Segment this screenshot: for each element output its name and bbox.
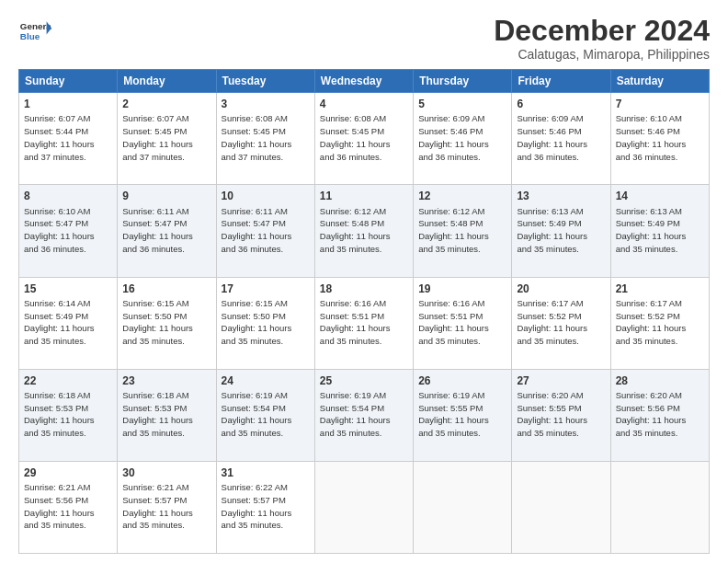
table-row: 3Sunrise: 6:08 AMSunset: 5:45 PMDaylight… bbox=[216, 93, 314, 185]
day-number: 31 bbox=[222, 465, 310, 480]
table-row: 21Sunrise: 6:17 AMSunset: 5:52 PMDayligh… bbox=[610, 277, 709, 369]
day-number: 9 bbox=[122, 189, 210, 203]
day-number: 10 bbox=[222, 189, 310, 203]
table-row: 22Sunrise: 6:18 AMSunset: 5:53 PMDayligh… bbox=[19, 369, 118, 461]
table-row: 7Sunrise: 6:10 AMSunset: 5:46 PMDaylight… bbox=[610, 93, 709, 185]
table-row: 1Sunrise: 6:07 AMSunset: 5:44 PMDaylight… bbox=[19, 93, 118, 185]
table-row: 31Sunrise: 6:22 AMSunset: 5:57 PMDayligh… bbox=[216, 461, 314, 553]
day-number: 27 bbox=[517, 373, 605, 388]
day-info: Sunrise: 6:17 AMSunset: 5:52 PMDaylight:… bbox=[616, 298, 687, 346]
day-info: Sunrise: 6:09 AMSunset: 5:46 PMDaylight:… bbox=[418, 113, 489, 161]
day-number: 7 bbox=[616, 97, 704, 111]
table-row bbox=[610, 461, 709, 553]
table-row: 18Sunrise: 6:16 AMSunset: 5:51 PMDayligh… bbox=[314, 277, 413, 369]
day-number: 5 bbox=[418, 97, 506, 111]
title-block: December 2024 Calatugas, Mimaropa, Phili… bbox=[494, 15, 710, 62]
day-info: Sunrise: 6:16 AMSunset: 5:51 PMDaylight:… bbox=[418, 298, 489, 346]
table-row: 12Sunrise: 6:12 AMSunset: 5:48 PMDayligh… bbox=[414, 185, 512, 277]
table-row: 26Sunrise: 6:19 AMSunset: 5:55 PMDayligh… bbox=[414, 369, 512, 461]
table-row: 16Sunrise: 6:15 AMSunset: 5:50 PMDayligh… bbox=[118, 277, 216, 369]
day-info: Sunrise: 6:07 AMSunset: 5:44 PMDaylight:… bbox=[24, 113, 95, 161]
table-row: 4Sunrise: 6:08 AMSunset: 5:45 PMDaylight… bbox=[314, 93, 413, 185]
day-info: Sunrise: 6:11 AMSunset: 5:47 PMDaylight:… bbox=[222, 206, 292, 254]
day-number: 6 bbox=[517, 97, 605, 111]
day-number: 24 bbox=[222, 373, 310, 388]
day-number: 23 bbox=[122, 373, 210, 388]
table-row: 30Sunrise: 6:21 AMSunset: 5:57 PMDayligh… bbox=[118, 461, 216, 553]
day-number: 28 bbox=[616, 373, 704, 388]
day-info: Sunrise: 6:15 AMSunset: 5:50 PMDaylight:… bbox=[122, 298, 193, 346]
day-info: Sunrise: 6:20 AMSunset: 5:56 PMDaylight:… bbox=[616, 390, 687, 438]
day-number: 14 bbox=[616, 189, 704, 203]
day-info: Sunrise: 6:20 AMSunset: 5:55 PMDaylight:… bbox=[517, 390, 587, 438]
table-row bbox=[314, 461, 413, 553]
day-number: 30 bbox=[122, 465, 210, 480]
day-number: 19 bbox=[418, 282, 506, 296]
day-info: Sunrise: 6:09 AMSunset: 5:46 PMDaylight:… bbox=[517, 113, 587, 161]
day-info: Sunrise: 6:21 AMSunset: 5:57 PMDaylight:… bbox=[122, 482, 193, 530]
day-info: Sunrise: 6:10 AMSunset: 5:46 PMDaylight:… bbox=[616, 113, 687, 161]
day-number: 18 bbox=[320, 282, 408, 296]
table-row: 15Sunrise: 6:14 AMSunset: 5:49 PMDayligh… bbox=[19, 277, 118, 369]
table-row: 6Sunrise: 6:09 AMSunset: 5:46 PMDaylight… bbox=[512, 93, 610, 185]
table-row: 14Sunrise: 6:13 AMSunset: 5:49 PMDayligh… bbox=[610, 185, 709, 277]
table-row bbox=[512, 461, 610, 553]
table-row: 23Sunrise: 6:18 AMSunset: 5:53 PMDayligh… bbox=[118, 369, 216, 461]
weekday-header: Thursday bbox=[414, 70, 512, 93]
logo: General Blue bbox=[18, 15, 51, 48]
table-row: 5Sunrise: 6:09 AMSunset: 5:46 PMDaylight… bbox=[414, 93, 512, 185]
table-row: 27Sunrise: 6:20 AMSunset: 5:55 PMDayligh… bbox=[512, 369, 610, 461]
page: General Blue December 2024 Calatugas, Mi… bbox=[0, 0, 728, 563]
weekday-header: Wednesday bbox=[314, 70, 413, 93]
day-info: Sunrise: 6:12 AMSunset: 5:48 PMDaylight:… bbox=[320, 206, 391, 254]
svg-text:Blue: Blue bbox=[20, 31, 40, 41]
day-info: Sunrise: 6:12 AMSunset: 5:48 PMDaylight:… bbox=[418, 206, 489, 254]
table-row: 19Sunrise: 6:16 AMSunset: 5:51 PMDayligh… bbox=[414, 277, 512, 369]
table-row: 25Sunrise: 6:19 AMSunset: 5:54 PMDayligh… bbox=[314, 369, 413, 461]
table-row: 24Sunrise: 6:19 AMSunset: 5:54 PMDayligh… bbox=[216, 369, 314, 461]
subtitle: Calatugas, Mimaropa, Philippines bbox=[494, 47, 710, 62]
day-number: 20 bbox=[517, 282, 605, 296]
day-info: Sunrise: 6:21 AMSunset: 5:56 PMDaylight:… bbox=[24, 482, 95, 530]
main-title: December 2024 bbox=[494, 15, 710, 47]
header: General Blue December 2024 Calatugas, Mi… bbox=[18, 15, 710, 62]
day-info: Sunrise: 6:18 AMSunset: 5:53 PMDaylight:… bbox=[122, 390, 193, 438]
day-number: 16 bbox=[122, 282, 210, 296]
day-number: 3 bbox=[222, 97, 310, 111]
day-number: 13 bbox=[517, 189, 605, 203]
day-info: Sunrise: 6:19 AMSunset: 5:55 PMDaylight:… bbox=[418, 390, 489, 438]
day-number: 21 bbox=[616, 282, 704, 296]
day-info: Sunrise: 6:18 AMSunset: 5:53 PMDaylight:… bbox=[24, 390, 95, 438]
day-number: 17 bbox=[222, 282, 310, 296]
day-number: 26 bbox=[418, 373, 506, 388]
day-number: 15 bbox=[24, 282, 112, 296]
weekday-header: Saturday bbox=[610, 70, 709, 93]
table-row: 2Sunrise: 6:07 AMSunset: 5:45 PMDaylight… bbox=[118, 93, 216, 185]
weekday-header: Tuesday bbox=[216, 70, 314, 93]
table-row: 10Sunrise: 6:11 AMSunset: 5:47 PMDayligh… bbox=[216, 185, 314, 277]
table-row: 17Sunrise: 6:15 AMSunset: 5:50 PMDayligh… bbox=[216, 277, 314, 369]
table-row: 9Sunrise: 6:11 AMSunset: 5:47 PMDaylight… bbox=[118, 185, 216, 277]
table-row: 11Sunrise: 6:12 AMSunset: 5:48 PMDayligh… bbox=[314, 185, 413, 277]
day-number: 25 bbox=[320, 373, 408, 388]
day-number: 29 bbox=[24, 465, 112, 480]
table-row: 29Sunrise: 6:21 AMSunset: 5:56 PMDayligh… bbox=[19, 461, 118, 553]
day-info: Sunrise: 6:19 AMSunset: 5:54 PMDaylight:… bbox=[222, 390, 292, 438]
day-number: 11 bbox=[320, 189, 408, 203]
weekday-header: Sunday bbox=[19, 70, 118, 93]
table-row: 20Sunrise: 6:17 AMSunset: 5:52 PMDayligh… bbox=[512, 277, 610, 369]
day-info: Sunrise: 6:16 AMSunset: 5:51 PMDaylight:… bbox=[320, 298, 391, 346]
day-info: Sunrise: 6:13 AMSunset: 5:49 PMDaylight:… bbox=[517, 206, 587, 254]
day-info: Sunrise: 6:08 AMSunset: 5:45 PMDaylight:… bbox=[320, 113, 391, 161]
day-info: Sunrise: 6:13 AMSunset: 5:49 PMDaylight:… bbox=[616, 206, 687, 254]
table-row: 13Sunrise: 6:13 AMSunset: 5:49 PMDayligh… bbox=[512, 185, 610, 277]
calendar-table: SundayMondayTuesdayWednesdayThursdayFrid… bbox=[18, 69, 710, 554]
weekday-header: Friday bbox=[512, 70, 610, 93]
day-info: Sunrise: 6:17 AMSunset: 5:52 PMDaylight:… bbox=[517, 298, 587, 346]
day-info: Sunrise: 6:14 AMSunset: 5:49 PMDaylight:… bbox=[24, 298, 95, 346]
day-number: 2 bbox=[122, 97, 210, 111]
table-row: 28Sunrise: 6:20 AMSunset: 5:56 PMDayligh… bbox=[610, 369, 709, 461]
day-number: 12 bbox=[418, 189, 506, 203]
day-number: 1 bbox=[24, 97, 112, 111]
day-number: 8 bbox=[24, 189, 112, 203]
